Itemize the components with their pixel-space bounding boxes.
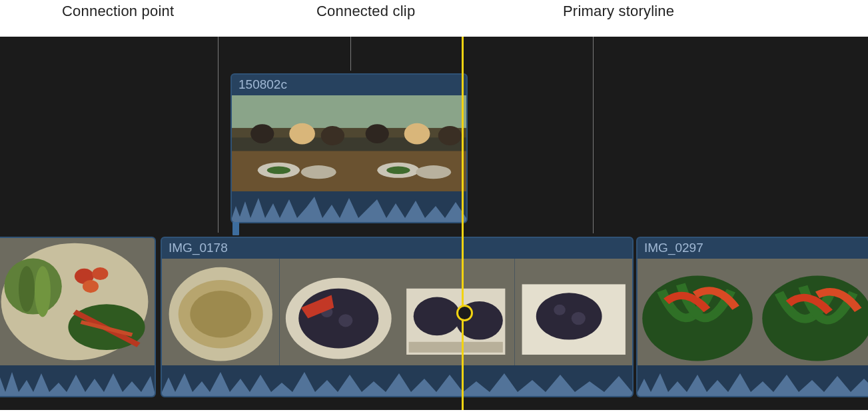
annotation-labels: Connection point Connected clip Primary … bbox=[0, 0, 868, 37]
svg-point-23 bbox=[19, 266, 35, 312]
clip-title: IMG_0297 bbox=[638, 238, 868, 259]
primary-storyline-clip-right[interactable]: IMG_0297 bbox=[636, 237, 868, 397]
connection-point-icon[interactable] bbox=[232, 222, 239, 235]
svg-point-19 bbox=[386, 167, 410, 175]
connected-clip[interactable]: 150802c bbox=[230, 73, 468, 223]
svg-point-48 bbox=[571, 312, 585, 325]
clip-waveform bbox=[0, 365, 155, 396]
svg-point-27 bbox=[83, 280, 99, 293]
label-primary-storyline: Primary storyline bbox=[563, 3, 674, 20]
svg-point-37 bbox=[338, 314, 352, 327]
svg-rect-1 bbox=[232, 95, 349, 128]
label-connection-point: Connection point bbox=[62, 3, 174, 20]
svg-point-35 bbox=[298, 289, 378, 349]
svg-point-46 bbox=[536, 293, 602, 339]
playhead-line[interactable] bbox=[462, 37, 464, 410]
svg-point-16 bbox=[438, 126, 462, 145]
svg-point-9 bbox=[267, 167, 290, 175]
primary-storyline-clip-left[interactable] bbox=[0, 237, 156, 397]
timeline[interactable]: 150802c bbox=[0, 37, 868, 410]
clip-waveform bbox=[162, 365, 632, 396]
svg-point-41 bbox=[414, 297, 461, 336]
clip-thumbnails bbox=[638, 259, 868, 365]
svg-point-18 bbox=[416, 165, 451, 179]
clip-thumbnails bbox=[162, 259, 632, 365]
clip-title: IMG_0178 bbox=[162, 238, 632, 259]
leader-primary-storyline bbox=[593, 21, 594, 233]
svg-rect-43 bbox=[409, 342, 503, 353]
svg-point-47 bbox=[554, 305, 566, 315]
clip-thumbnails bbox=[0, 238, 155, 365]
svg-point-6 bbox=[321, 126, 344, 145]
svg-point-26 bbox=[92, 267, 108, 280]
svg-point-14 bbox=[366, 124, 389, 143]
svg-point-24 bbox=[35, 266, 51, 317]
connected-clip-waveform bbox=[232, 191, 466, 222]
leader-connection-point bbox=[218, 21, 218, 233]
connected-clip-thumbnails bbox=[232, 95, 466, 191]
playhead-head[interactable] bbox=[456, 305, 473, 321]
svg-point-15 bbox=[404, 123, 430, 145]
connected-clip-title: 150802c bbox=[232, 75, 466, 95]
clip-waveform bbox=[638, 365, 868, 396]
svg-point-32 bbox=[190, 291, 251, 337]
primary-storyline-clip-middle[interactable]: IMG_0178 bbox=[161, 237, 634, 397]
svg-point-4 bbox=[250, 124, 274, 143]
label-connected-clip: Connected clip bbox=[316, 3, 415, 20]
svg-point-8 bbox=[301, 165, 336, 179]
svg-rect-11 bbox=[349, 95, 466, 128]
svg-point-5 bbox=[289, 123, 315, 145]
